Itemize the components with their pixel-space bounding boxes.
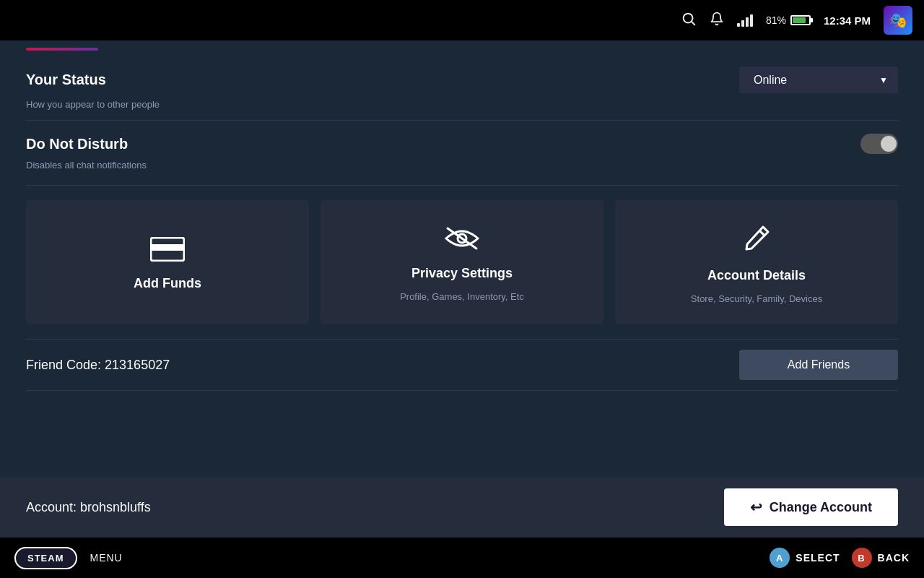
- search-icon[interactable]: [681, 11, 697, 30]
- pencil-icon: [741, 223, 772, 258]
- eye-slash-icon: [443, 225, 481, 256]
- a-button[interactable]: A: [770, 548, 790, 568]
- toggle-thumb: [881, 136, 897, 152]
- cards-row: Add Funds Privacy Settings Profile, Game…: [26, 186, 898, 339]
- svg-line-6: [759, 230, 764, 236]
- privacy-settings-card[interactable]: Privacy Settings Profile, Games, Invento…: [321, 200, 603, 324]
- top-bar: 81% 12:34 PM 🎭: [0, 0, 924, 40]
- back-control: B BACK: [852, 548, 910, 568]
- bottom-right-controls: A SELECT B BACK: [770, 548, 910, 568]
- battery-fill: [793, 17, 806, 23]
- status-dropdown-wrapper[interactable]: Online Away Invisible Offline: [739, 66, 898, 93]
- main-content: Your Status Online Away Invisible Offlin…: [0, 40, 924, 538]
- status-hint: How you appear to other people: [26, 99, 898, 121]
- add-funds-card[interactable]: Add Funds: [26, 200, 309, 324]
- avatar[interactable]: 🎭: [884, 6, 912, 35]
- bottom-left-controls: STEAM MENU: [14, 547, 123, 569]
- friend-code-section: Friend Code: 213165027 Add Friends: [26, 339, 898, 391]
- status-icons: 81% 12:34 PM 🎭: [681, 6, 912, 35]
- account-details-title: Account Details: [707, 268, 806, 283]
- time-display: 12:34 PM: [824, 14, 871, 27]
- battery-percent: 81%: [766, 14, 786, 26]
- notification-icon[interactable]: [710, 11, 724, 30]
- dnd-section: Do Not Disturb: [26, 121, 898, 160]
- back-label: BACK: [878, 552, 910, 564]
- status-dropdown[interactable]: Online Away Invisible Offline: [739, 66, 898, 93]
- credit-card-icon: [150, 237, 185, 266]
- dnd-label: Do Not Disturb: [26, 136, 128, 152]
- battery-display: 81%: [766, 14, 811, 26]
- account-section: Account: brohsnbluffs ↩ Change Account: [0, 477, 924, 538]
- menu-label: MENU: [90, 552, 123, 564]
- signal-icon: [737, 14, 753, 27]
- status-label: Your Status: [26, 72, 106, 88]
- friend-code-text: Friend Code: 213165027: [26, 358, 170, 373]
- select-control: A SELECT: [770, 548, 840, 568]
- dnd-hint: Disables all chat notifications: [26, 160, 898, 186]
- change-account-button[interactable]: ↩ Change Account: [724, 488, 898, 526]
- steam-button[interactable]: STEAM: [14, 547, 77, 569]
- svg-line-1: [692, 22, 694, 25]
- bottom-bar: STEAM MENU A SELECT B BACK: [0, 538, 924, 578]
- account-details-card[interactable]: Account Details Store, Security, Family,…: [615, 200, 898, 324]
- account-details-subtitle: Store, Security, Family, Devices: [691, 293, 822, 304]
- svg-rect-3: [151, 244, 184, 251]
- add-friends-button[interactable]: Add Friends: [739, 350, 898, 380]
- privacy-subtitle: Profile, Games, Inventory, Etc: [400, 291, 524, 302]
- account-info: Account: brohsnbluffs: [26, 500, 151, 515]
- privacy-title: Privacy Settings: [411, 266, 513, 281]
- avatar-image: 🎭: [889, 12, 907, 29]
- progress-bar: [26, 48, 98, 51]
- dnd-toggle[interactable]: [860, 134, 898, 154]
- status-section: Your Status Online Away Invisible Offlin…: [26, 55, 898, 99]
- battery-bar: [790, 15, 811, 25]
- logout-icon: ↩: [750, 499, 762, 516]
- b-button[interactable]: B: [852, 548, 872, 568]
- add-funds-title: Add Funds: [134, 276, 201, 291]
- select-label: SELECT: [796, 552, 840, 564]
